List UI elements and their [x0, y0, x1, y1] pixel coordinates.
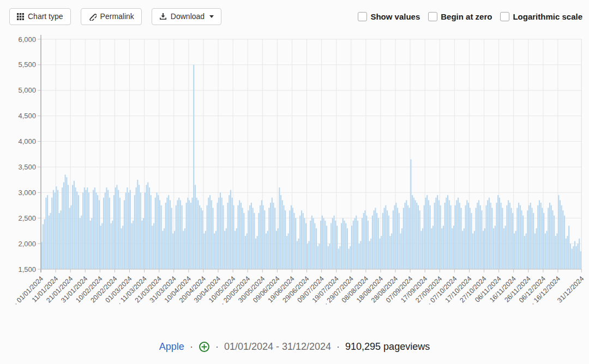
bar[interactable] — [74, 181, 75, 269]
bar[interactable] — [162, 231, 163, 269]
bar[interactable] — [56, 186, 57, 269]
bar[interactable] — [530, 203, 531, 269]
bar[interactable] — [212, 208, 213, 269]
bar[interactable] — [350, 246, 351, 269]
bar[interactable] — [209, 195, 211, 269]
bar[interactable] — [378, 218, 379, 269]
bar[interactable] — [540, 203, 542, 269]
bar[interactable] — [345, 223, 346, 269]
bar[interactable] — [239, 200, 240, 269]
bar[interactable] — [366, 216, 367, 269]
bar[interactable] — [221, 198, 223, 269]
bar[interactable] — [94, 187, 95, 269]
bar[interactable] — [63, 183, 64, 269]
bar[interactable] — [570, 244, 571, 269]
bar[interactable] — [193, 65, 194, 269]
bar[interactable] — [322, 216, 323, 269]
bar[interactable] — [43, 224, 44, 269]
bar[interactable] — [107, 190, 109, 269]
bar[interactable] — [395, 203, 396, 269]
bar[interactable] — [248, 210, 249, 269]
bar[interactable] — [503, 228, 504, 269]
bar[interactable] — [184, 228, 185, 269]
bar[interactable] — [174, 231, 175, 269]
bar[interactable] — [235, 231, 236, 269]
bar[interactable] — [499, 198, 500, 269]
bar[interactable] — [455, 205, 456, 269]
bar[interactable] — [407, 205, 408, 269]
bar[interactable] — [460, 208, 461, 269]
bar[interactable] — [159, 200, 160, 269]
bar[interactable] — [112, 221, 113, 269]
bar[interactable] — [266, 233, 267, 269]
bar[interactable] — [450, 205, 451, 269]
bar[interactable] — [186, 203, 187, 269]
bar[interactable] — [400, 233, 401, 269]
begin-at-zero-checkbox[interactable]: Begin at zero — [428, 12, 492, 21]
bar[interactable] — [151, 195, 152, 269]
bar[interactable] — [560, 200, 561, 269]
bar[interactable] — [183, 231, 184, 269]
bar[interactable] — [409, 208, 410, 269]
bar[interactable] — [262, 205, 263, 269]
bar[interactable] — [416, 203, 417, 269]
bar[interactable] — [388, 216, 389, 269]
bar[interactable] — [556, 233, 557, 269]
bar[interactable] — [177, 200, 178, 269]
bar[interactable] — [389, 236, 390, 269]
bar[interactable] — [534, 233, 536, 269]
bar[interactable] — [149, 187, 150, 269]
bar[interactable] — [362, 218, 363, 269]
bar[interactable] — [292, 208, 293, 269]
bar[interactable] — [351, 226, 352, 269]
bar[interactable] — [368, 221, 369, 269]
bar[interactable] — [109, 198, 110, 269]
bar[interactable] — [90, 221, 91, 269]
checkbox-box[interactable] — [428, 12, 437, 21]
bar[interactable] — [197, 200, 199, 269]
bar[interactable] — [414, 200, 416, 269]
bar[interactable] — [207, 205, 208, 269]
bar[interactable] — [165, 203, 166, 269]
bar[interactable] — [95, 192, 97, 269]
bar[interactable] — [431, 228, 432, 269]
bar[interactable] — [356, 216, 357, 269]
bar[interactable] — [289, 210, 290, 269]
bar[interactable] — [561, 205, 562, 269]
bar[interactable] — [401, 228, 402, 269]
bar[interactable] — [233, 205, 234, 269]
bar[interactable] — [357, 221, 358, 269]
bar[interactable] — [62, 187, 63, 269]
bar[interactable] — [528, 205, 530, 269]
bar[interactable] — [195, 185, 196, 269]
bar[interactable] — [438, 200, 440, 269]
bar[interactable] — [55, 192, 56, 269]
bar[interactable] — [84, 187, 85, 269]
bar[interactable] — [168, 195, 169, 269]
bar[interactable] — [399, 213, 400, 269]
bar[interactable] — [515, 231, 516, 269]
bar[interactable] — [434, 203, 435, 269]
bar[interactable] — [60, 210, 61, 269]
bar[interactable] — [128, 192, 129, 269]
bar[interactable] — [452, 228, 453, 269]
bar[interactable] — [435, 198, 436, 269]
bar[interactable] — [562, 210, 563, 269]
bar[interactable] — [342, 218, 344, 269]
bar[interactable] — [85, 190, 86, 269]
bar[interactable] — [320, 221, 321, 269]
bar[interactable] — [283, 205, 284, 269]
bar[interactable] — [326, 226, 327, 269]
bar[interactable] — [65, 175, 66, 269]
checkbox-box[interactable] — [500, 12, 509, 21]
bar[interactable] — [82, 192, 83, 269]
bar[interactable] — [573, 246, 574, 269]
article-link[interactable]: Apple — [159, 341, 184, 353]
bar[interactable] — [66, 177, 67, 269]
bar[interactable] — [70, 205, 71, 269]
bar[interactable] — [551, 205, 552, 269]
bar[interactable] — [50, 213, 51, 269]
bar[interactable] — [80, 218, 81, 269]
bar[interactable] — [324, 221, 326, 269]
bar[interactable] — [475, 208, 476, 269]
